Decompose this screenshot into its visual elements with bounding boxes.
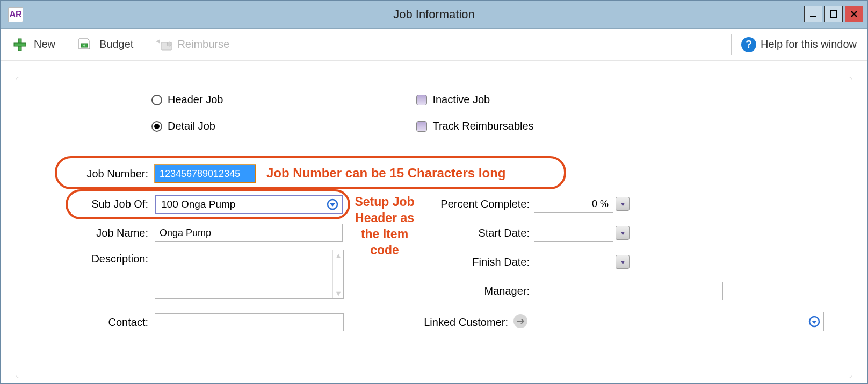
minimize-button[interactable] [804,6,822,22]
detail-job-label: Detail Job [168,120,215,132]
budget-label: Budget [99,38,133,51]
detail-job-radio[interactable] [151,121,162,132]
percent-complete-label: Percent Complete: [433,198,530,210]
svg-rect-0 [810,16,816,17]
start-date-label: Start Date: [433,227,530,239]
annotation-header: Setup Job Header as the Item code [347,194,422,258]
svg-point-9 [167,42,171,46]
budget-icon [77,36,94,53]
header-job-label: Header Job [168,94,223,106]
job-type-options: Header Job Detail Job Inactive Job Track… [151,94,833,132]
titlebar: AR Job Information [1,1,867,29]
finish-date-input[interactable] [534,253,613,271]
contact-label: Contact: [62,316,148,329]
track-reimbursables-checkbox[interactable] [416,121,427,132]
dropdown-icon [808,316,820,328]
plus-icon [11,36,28,53]
reimburse-icon [155,36,172,53]
reimburse-button: Reimburse [155,36,229,53]
contact-input[interactable] [155,313,344,331]
description-label: Description: [62,253,148,265]
start-date-input[interactable] [534,224,613,242]
job-number-input[interactable] [155,165,256,183]
app-icon: AR [8,7,23,22]
header-job-radio[interactable] [151,95,162,105]
window-controls [804,6,863,22]
new-button[interactable]: New [11,36,55,53]
finish-date-label: Finish Date: [433,256,530,268]
close-button[interactable] [845,6,863,22]
new-label: New [34,38,55,51]
chevron-up-icon: ▴ [336,250,341,260]
manager-input[interactable] [534,282,723,300]
svg-marker-13 [812,321,817,324]
percent-complete-dropdown[interactable]: ▾ [616,197,630,211]
budget-button[interactable]: Budget [77,36,133,53]
help-label: Help for this window [761,38,857,51]
job-name-input[interactable] [155,224,343,242]
track-reimbursables-label: Track Reimbursables [432,120,533,132]
chevron-down-icon: ▾ [336,288,341,298]
start-date-dropdown[interactable]: ▾ [616,226,630,240]
linked-customer-combo[interactable] [534,312,824,331]
dropdown-icon [327,198,338,210]
percent-complete-input[interactable] [534,195,613,213]
sub-job-combo[interactable]: 100 Onga Pump [155,195,343,214]
finish-date-dropdown[interactable]: ▾ [616,255,630,269]
inactive-job-checkbox[interactable] [416,95,427,105]
content-panel: Header Job Detail Job Inactive Job Track… [16,77,852,378]
sub-job-label: Sub Job Of: [62,198,148,210]
scrollbar[interactable]: ▴ ▾ [332,250,343,298]
sub-job-value: 100 Onga Pump [161,198,235,210]
svg-rect-1 [830,11,837,17]
form-grid: Job Number: Sub Job Of: 100 Onga Pump Jo… [35,152,833,345]
arrow-right-icon[interactable]: ➔ [513,314,527,328]
svg-point-7 [83,44,85,46]
separator [731,34,732,55]
annotation-job-number: Job Number can be 15 Characters long [266,166,505,181]
description-input[interactable]: ▴ ▾ [155,250,344,299]
window-title: Job Information [393,8,475,22]
inactive-job-label: Inactive Job [432,94,490,106]
svg-marker-11 [330,203,335,207]
svg-rect-5 [14,43,26,46]
linked-customer-label: Linked Customer: [411,316,508,329]
job-number-label: Job Number: [62,168,148,180]
job-name-label: Job Name: [62,227,148,239]
help-icon: ? [741,37,756,52]
window-root: AR Job Information New [0,0,868,384]
help-button[interactable]: ? Help for this window [741,37,857,52]
reimburse-label: Reimburse [177,38,229,51]
maximize-button[interactable] [824,6,843,22]
manager-label: Manager: [433,285,530,297]
toolbar: New Budget Reimburse [1,29,867,61]
